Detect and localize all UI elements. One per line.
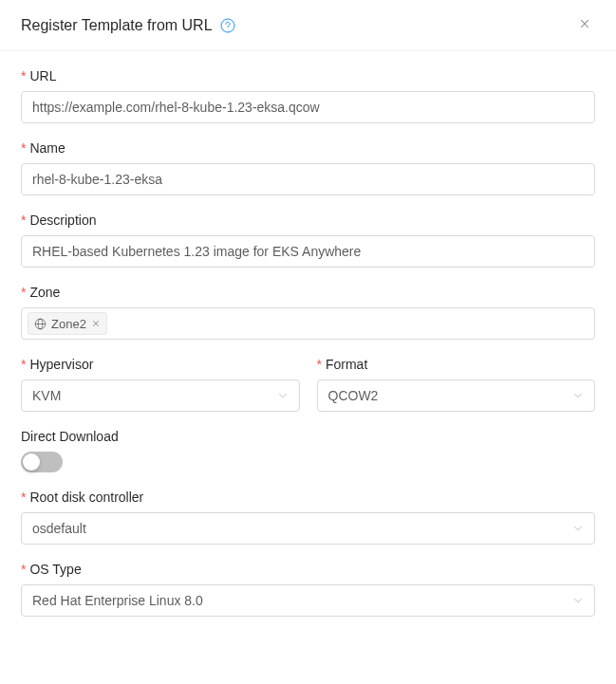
zone-select[interactable]: Zone2 [21, 307, 595, 340]
form-item-direct-download: Direct Download [21, 429, 595, 472]
root-disk-controller-select[interactable]: osdefault [21, 512, 595, 545]
form-item-zone: Zone Zone2 [21, 285, 595, 340]
chevron-down-icon [572, 390, 584, 401]
form-item-root-disk-controller: Root disk controller osdefault [21, 490, 595, 545]
description-input[interactable] [21, 235, 595, 268]
chevron-down-icon [572, 523, 584, 534]
form-item-url: URL [21, 68, 595, 123]
name-input[interactable] [21, 163, 595, 195]
zone-tag-label: Zone2 [51, 317, 86, 331]
close-icon[interactable] [574, 13, 595, 37]
hypervisor-label: Hypervisor [21, 357, 300, 372]
root-disk-controller-label: Root disk controller [21, 490, 595, 505]
form-item-description: Description [21, 213, 595, 268]
root-disk-controller-value: osdefault [32, 521, 572, 536]
form-item-format: Format QCOW2 [317, 357, 596, 412]
description-label: Description [21, 213, 595, 228]
os-type-value: Red Hat Enterprise Linux 8.0 [32, 593, 572, 608]
zone-label: Zone [21, 285, 595, 300]
form-item-os-type: OS Type Red Hat Enterprise Linux 8.0 [21, 562, 595, 617]
modal-title: Register Template from URL [21, 17, 213, 34]
zone-tag: Zone2 [28, 312, 107, 335]
os-type-label: OS Type [21, 562, 595, 577]
name-label: Name [21, 140, 595, 156]
hypervisor-select[interactable]: KVM [21, 379, 300, 412]
globe-icon [34, 318, 47, 330]
modal-title-wrap: Register Template from URL [21, 17, 235, 34]
chevron-down-icon [277, 390, 289, 401]
form-item-hypervisor: Hypervisor KVM [21, 357, 300, 412]
url-input[interactable] [21, 91, 595, 123]
format-select[interactable]: QCOW2 [317, 379, 596, 412]
chevron-down-icon [572, 595, 584, 606]
register-template-modal: Register Template from URL URL Name [0, 0, 616, 643]
format-value: QCOW2 [328, 388, 573, 403]
os-type-select[interactable]: Red Hat Enterprise Linux 8.0 [21, 584, 595, 617]
format-label: Format [317, 357, 596, 372]
modal-body: URL Name Description Zone [0, 51, 616, 643]
direct-download-label: Direct Download [21, 429, 595, 444]
svg-point-0 [221, 19, 234, 32]
form-item-name: Name [21, 140, 595, 195]
help-icon[interactable] [220, 18, 235, 33]
hypervisor-format-row: Hypervisor KVM Format QCOW2 [21, 357, 595, 429]
modal-header: Register Template from URL [0, 0, 616, 51]
direct-download-toggle[interactable] [21, 452, 63, 472]
hypervisor-value: KVM [32, 388, 277, 403]
zone-tag-remove-icon[interactable] [91, 319, 101, 328]
url-label: URL [21, 68, 595, 83]
